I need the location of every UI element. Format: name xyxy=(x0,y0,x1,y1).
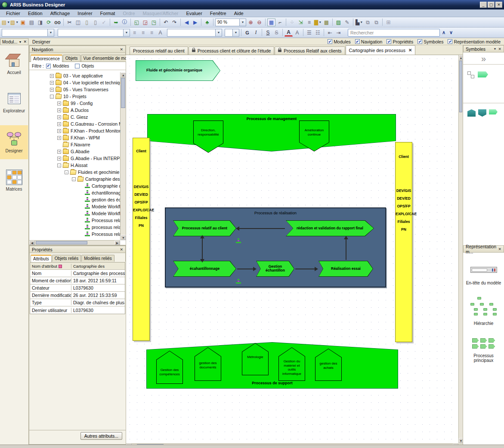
scroll-left-icon[interactable]: ◀ xyxy=(29,241,35,245)
module-accueil[interactable]: Accueil xyxy=(0,49,28,78)
diagram-sheet[interactable]: Fluide et géochimie organique Processus … xyxy=(126,55,458,443)
process-node[interactable]: Processus relatif au client xyxy=(173,220,236,236)
back-icon[interactable]: ◀ xyxy=(182,19,191,26)
tree-item[interactable]: processus relatif au xyxy=(29,224,120,231)
autres-attributs-button[interactable]: Autres attributs... xyxy=(80,432,122,440)
align-objects-icon[interactable]: ▙▼ xyxy=(355,19,363,26)
model-tree-icon[interactable]: ♣ xyxy=(203,19,211,26)
zoom-in-icon[interactable]: ⊕ xyxy=(247,19,255,26)
checkbox-icon[interactable]: ✔ xyxy=(328,39,332,44)
model-tab-active[interactable]: Cartographie des processus✕ xyxy=(346,45,416,55)
tree-item[interactable]: -Cartographie des proce xyxy=(29,176,120,182)
management-pentagon[interactable]: Direction, responsabilité xyxy=(193,120,223,153)
attribute-row[interactable]: Moment de création18 avr. 2012 16:59:11 xyxy=(30,277,125,284)
open-icon[interactable]: ▧▼ xyxy=(10,19,19,26)
tree-item[interactable]: Modele Workflow [V xyxy=(29,203,120,210)
attribute-row[interactable]: CréateurL0379630 xyxy=(30,284,125,292)
paste-icon[interactable]: ▯ xyxy=(83,19,91,26)
process-node[interactable]: Réalisation essai xyxy=(318,261,373,277)
model-new-icon[interactable]: ◱ xyxy=(133,19,141,26)
expander[interactable]: + xyxy=(57,150,61,154)
expander[interactable]: + xyxy=(57,136,61,140)
double-chevron-icon[interactable]: » xyxy=(467,56,500,62)
tree-item[interactable]: -10 - Projets xyxy=(29,93,120,100)
text-align-icon[interactable]: ≡ xyxy=(305,19,313,26)
model-tab[interactable]: Processus relatif au client xyxy=(130,46,188,55)
search-input[interactable] xyxy=(348,29,440,37)
representation-item-header[interactable]: En-tête du modèle xyxy=(463,267,504,285)
print-icon[interactable]: ▤ xyxy=(28,19,36,26)
new-icon[interactable]: ▤▼ xyxy=(2,19,10,26)
connection-line[interactable] xyxy=(346,238,346,260)
symbols-close-icon[interactable]: ✕ xyxy=(498,47,501,51)
filter-modeles-checkbox[interactable]: ✔ xyxy=(46,64,51,68)
tree-item[interactable]: F.Navarre xyxy=(29,141,120,148)
info-icon[interactable]: ⓘ xyxy=(121,19,129,26)
tree-item[interactable]: Cartographie des p xyxy=(29,182,120,189)
bullet-list-icon[interactable]: ☷ xyxy=(314,29,322,37)
outdent-icon[interactable]: ⇤ xyxy=(326,29,334,37)
model-tab[interactable]: Processus client et clôture de l'étude xyxy=(189,46,275,55)
goto-icon[interactable]: ➥ xyxy=(112,19,120,26)
underline-icon[interactable]: S xyxy=(264,29,272,37)
zoom-combo-arrow-icon[interactable]: ▼ xyxy=(239,19,246,26)
representation-item-hierarchy[interactable]: Hiérarchie xyxy=(463,297,504,326)
tab-arborescence[interactable]: Arborescence xyxy=(31,55,62,62)
process-symbol-icon[interactable] xyxy=(489,109,498,114)
process-node[interactable]: Gestion échantillon xyxy=(256,261,294,277)
checkbox-icon[interactable]: ✔ xyxy=(417,39,422,44)
strikethrough-icon[interactable]: S xyxy=(272,29,281,37)
navigation-close-icon[interactable]: ✕ xyxy=(120,47,123,52)
expander[interactable]: + xyxy=(50,88,54,92)
model-tab[interactable]: Processus Relatif aux clients xyxy=(275,46,345,55)
tree-item[interactable]: +A.Duclos xyxy=(29,107,120,114)
module-designer[interactable]: Designer xyxy=(0,125,28,159)
indent-icon[interactable]: ⇥ xyxy=(334,29,343,37)
properties-close-icon[interactable]: ✕ xyxy=(120,247,123,252)
align-right-icon[interactable]: ≡ xyxy=(148,29,156,37)
swimlane-left[interactable]: Client DEV/GIS DEV/ED OPS/FP EXPLO/CAE F… xyxy=(133,138,150,341)
menu-fichier[interactable]: Fichier xyxy=(3,10,24,16)
canvas-vertical-scrollbar[interactable]: ▲ ▼ xyxy=(458,55,463,443)
ungroup-icon[interactable]: ⧉ xyxy=(372,19,380,26)
connection-line[interactable] xyxy=(237,269,254,269)
modules-panel-close-icon[interactable]: ✕ xyxy=(23,40,27,44)
menu-evaluer[interactable]: Evaluer xyxy=(183,10,206,16)
toggle-proprietes[interactable]: ✔Propriétés xyxy=(387,39,413,44)
model-assignment-icon[interactable] xyxy=(236,238,241,244)
connection-symbol-icon[interactable] xyxy=(467,71,474,78)
tree-item[interactable]: +99 - Config xyxy=(29,100,120,107)
representation-close-icon[interactable]: ✕ xyxy=(498,247,501,251)
edit-form-icon[interactable]: ✎ xyxy=(343,19,351,26)
tree-item[interactable]: Processus relatif au xyxy=(29,217,120,224)
font-size-combo[interactable]: ▼ xyxy=(167,29,222,37)
connection-route-icon[interactable]: ⌐ xyxy=(276,19,284,26)
group-icon[interactable]: ⧉ xyxy=(364,19,372,26)
modules-panel-menu-icon[interactable]: ▼ xyxy=(19,40,22,43)
expander[interactable]: + xyxy=(57,115,61,119)
menu-format[interactable]: Format xyxy=(97,10,119,16)
model-close-icon[interactable]: ◳ xyxy=(150,19,158,26)
spacing-icon[interactable]: ⁘ xyxy=(288,19,296,26)
maximize-button[interactable]: ▢ xyxy=(488,2,495,8)
attribute-row[interactable]: TypeDiagr. de chaînes de plus-... xyxy=(30,299,125,306)
process-node[interactable]: écahantillonnage xyxy=(173,261,236,277)
save-icon[interactable]: ▣ xyxy=(19,19,27,26)
tree-vertical-scrollbar[interactable]: ▲ ▼ xyxy=(120,72,126,240)
expander[interactable]: + xyxy=(57,102,61,105)
pentagon-symbol-icon[interactable] xyxy=(478,109,486,117)
tree-item[interactable]: +G.Abadie - Flux INTERPEL xyxy=(29,155,120,162)
attributes-db-icon[interactable]: ▩ xyxy=(322,19,331,26)
expander[interactable]: - xyxy=(50,95,54,99)
font-color-icon[interactable]: A xyxy=(284,29,293,37)
scroll-right-icon[interactable]: ▶ xyxy=(114,241,120,245)
cut-icon[interactable]: ✂ xyxy=(65,19,74,26)
zoom-combo[interactable]: 90 % ▼ xyxy=(215,19,246,26)
tree-item[interactable]: +G.Abadie xyxy=(29,148,120,155)
process-node[interactable]: rédaction et validation du rapport final xyxy=(286,220,374,236)
checkbox-icon[interactable]: ✔ xyxy=(448,39,452,44)
close-button[interactable]: ✕ xyxy=(495,2,502,8)
module-matrices[interactable]: Matrices xyxy=(0,165,28,195)
symbols-collapse-row[interactable]: » xyxy=(463,53,504,65)
tab-attributs[interactable]: Attributs xyxy=(31,255,52,262)
